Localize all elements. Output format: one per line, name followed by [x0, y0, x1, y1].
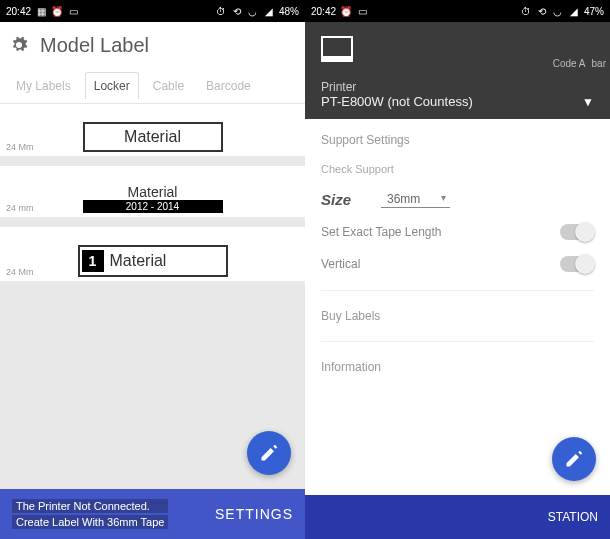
alarm2-icon: ⏱	[215, 5, 227, 17]
background-tabs: Code A bar	[553, 58, 606, 69]
wifi-icon: ◡	[247, 5, 259, 17]
alarm-icon: ⏰	[51, 5, 63, 17]
exact-length-row: Set Exact Tape Length	[321, 224, 594, 240]
footer-bar: The Printer Not Connected. Create Label …	[0, 489, 305, 539]
vertical-row: Vertical	[321, 256, 594, 272]
label-2-line1: Material	[83, 184, 223, 200]
vertical-label: Vertical	[321, 257, 360, 271]
signal-icon: ◢	[263, 5, 275, 17]
label-3-number: 1	[82, 250, 104, 272]
bg-tab-codea: Code A	[553, 58, 586, 69]
size-dropdown[interactable]: 36mm	[381, 192, 450, 208]
label-2-size: 24 mm	[6, 203, 34, 213]
printer-value: PT-E800W (not Countess)	[321, 94, 473, 109]
divider	[321, 290, 594, 291]
calendar-icon-r: ▭	[356, 5, 368, 17]
label-preview-3: 1 Material	[78, 245, 228, 277]
wifi-icon-r: ◡	[552, 5, 564, 17]
printer-icon	[321, 36, 353, 62]
label-preview-1: Material	[83, 122, 223, 152]
settings-button[interactable]: SETTINGS	[215, 506, 293, 522]
support-settings-title: Support Settings	[321, 133, 594, 147]
calendar-icon: ▭	[67, 5, 79, 17]
check-support-link[interactable]: Check Support	[321, 163, 594, 175]
edit-fab-right[interactable]	[552, 437, 596, 481]
battery-text: 48%	[279, 6, 299, 17]
chevron-down-icon: ▼	[582, 95, 594, 109]
bg-tab-bar: bar	[592, 58, 606, 69]
size-row[interactable]: Size 36mm	[321, 191, 594, 208]
footer-line1: The Printer Not Connected.	[12, 499, 168, 513]
status-bar-left: 20:42 ▦ ⏰ ▭ ⏱ ⟲ ◡ ◢ 48%	[0, 0, 305, 22]
tab-bar: My Labels Locker Cable Barcode	[0, 68, 305, 104]
drawer-header: Printer PT-E800W (not Countess) ▼	[305, 22, 610, 119]
footer-message: The Printer Not Connected. Create Label …	[12, 499, 168, 529]
app-header: Model Label	[0, 22, 305, 68]
tab-cable[interactable]: Cable	[145, 73, 192, 99]
label-2-line2: 2012 - 2014	[83, 200, 223, 213]
alarm2-icon-r: ⏱	[520, 5, 532, 17]
footer-bar-right: STATION	[305, 495, 610, 539]
exact-length-label: Set Exact Tape Length	[321, 225, 442, 239]
tab-mylabels[interactable]: My Labels	[8, 73, 79, 99]
buy-labels-link[interactable]: Buy Labels	[321, 309, 594, 323]
label-1-size: 24 Mm	[6, 142, 34, 152]
label-3-text: Material	[110, 252, 167, 270]
clock-text: 20:42	[6, 6, 31, 17]
information-link[interactable]: Information	[321, 360, 594, 374]
gear-icon[interactable]	[10, 36, 28, 54]
clock-text-r: 20:42	[311, 6, 336, 17]
label-template-1[interactable]: Material 24 Mm	[0, 104, 305, 156]
image-icon: ▦	[35, 5, 47, 17]
label-3-size: 24 Mm	[6, 267, 34, 277]
battery-text-r: 47%	[584, 6, 604, 17]
label-template-3[interactable]: 1 Material 24 Mm	[0, 227, 305, 281]
status-bar-right: 20:42 ⏰ ▭ ⏱ ⟲ ◡ ◢ 47%	[305, 0, 610, 22]
printer-label: Printer	[321, 80, 473, 94]
alarm-icon-r: ⏰	[340, 5, 352, 17]
label-1-text: Material	[124, 128, 181, 146]
sync-icon: ⟲	[231, 5, 243, 17]
footer-line2: Create Label With 36mm Tape	[12, 515, 168, 529]
edit-fab[interactable]	[247, 431, 291, 475]
exact-length-toggle[interactable]	[560, 224, 594, 240]
label-preview-2: Material 2012 - 2014	[83, 184, 223, 213]
page-title: Model Label	[40, 34, 149, 57]
divider-2	[321, 341, 594, 342]
sync-icon-r: ⟲	[536, 5, 548, 17]
tab-barcode[interactable]: Barcode	[198, 73, 259, 99]
signal-icon-r: ◢	[568, 5, 580, 17]
vertical-toggle[interactable]	[560, 256, 594, 272]
printer-selector[interactable]: Printer PT-E800W (not Countess) ▼	[321, 80, 594, 109]
label-list: Material 24 Mm Material 2012 - 2014 24 m…	[0, 104, 305, 489]
size-label: Size	[321, 191, 351, 208]
pencil-icon-r	[564, 449, 584, 469]
tab-locker[interactable]: Locker	[85, 72, 139, 99]
pencil-icon	[259, 443, 279, 463]
station-button[interactable]: STATION	[548, 510, 598, 524]
label-template-2[interactable]: Material 2012 - 2014 24 mm	[0, 166, 305, 217]
